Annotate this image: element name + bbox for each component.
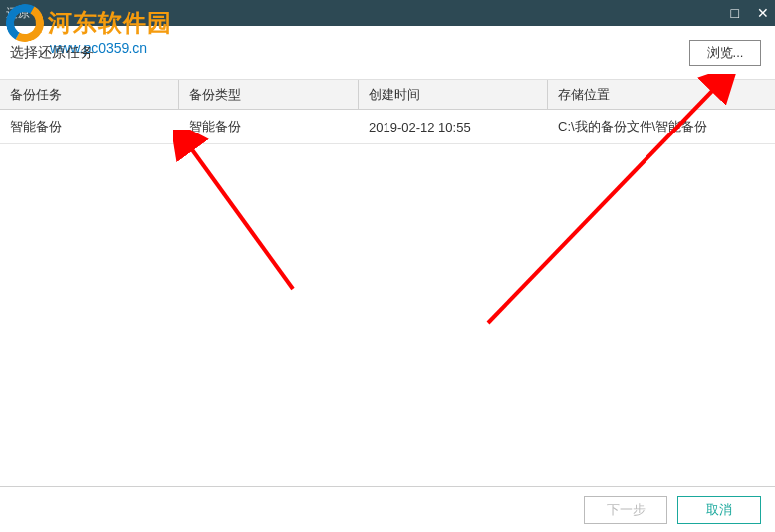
col-header-location[interactable]: 存储位置	[548, 80, 775, 109]
subheader-label: 选择还原任务	[10, 44, 94, 62]
row-divider	[0, 143, 775, 144]
table-header: 备份任务 备份类型 创建时间 存储位置	[0, 80, 775, 110]
cell-location: C:\我的备份文件\智能备份	[548, 112, 775, 141]
titlebar: 还原 □ ✕	[0, 0, 775, 26]
col-header-type[interactable]: 备份类型	[179, 80, 359, 109]
cell-time: 2019-02-12 10:55	[359, 114, 548, 140]
window-title: 还原	[6, 5, 30, 22]
cell-task: 智能备份	[0, 112, 179, 141]
col-header-task[interactable]: 备份任务	[0, 80, 179, 109]
subheader: 选择还原任务 浏览...	[0, 26, 775, 80]
maximize-icon[interactable]: □	[731, 6, 739, 20]
svg-line-1	[188, 144, 293, 289]
next-button: 下一步	[584, 496, 667, 524]
table-row[interactable]: 智能备份 智能备份 2019-02-12 10:55 C:\我的备份文件\智能备…	[0, 110, 775, 143]
cancel-button[interactable]: 取消	[677, 496, 761, 524]
col-header-time[interactable]: 创建时间	[359, 80, 548, 109]
footer: 下一步 取消	[0, 486, 775, 532]
annotation-arrow-left	[173, 130, 303, 299]
close-icon[interactable]: ✕	[757, 6, 769, 20]
browse-button[interactable]: 浏览...	[689, 40, 761, 66]
cell-type: 智能备份	[179, 112, 359, 141]
window-controls: □ ✕	[731, 0, 769, 26]
